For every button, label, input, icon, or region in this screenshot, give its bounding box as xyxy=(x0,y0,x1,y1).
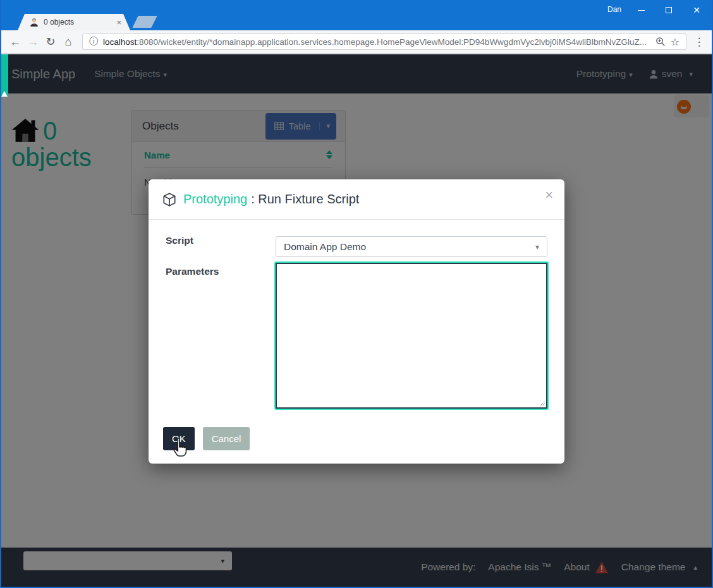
tab-close-button[interactable]: × xyxy=(116,18,121,27)
zoom-icon[interactable] xyxy=(655,37,666,47)
tab-title: 0 objects xyxy=(44,18,116,27)
web-page: Simple App Simple Objects▾ Prototyping▾ … xyxy=(1,54,712,587)
maximize-icon xyxy=(666,7,672,13)
run-fixture-script-dialog: Prototyping: Run Fixture Script × Script… xyxy=(149,179,564,464)
new-tab-button[interactable] xyxy=(132,16,157,28)
dialog-title-accent: Prototyping xyxy=(183,192,247,206)
browser-toolbar: ← → ↻ ⌂ ⓘ localhost:8080/wicket/entity/*… xyxy=(1,30,712,54)
home-button[interactable]: ⌂ xyxy=(59,33,77,51)
browser-tab[interactable]: 0 objects × xyxy=(18,14,130,30)
window-minimize-button[interactable] xyxy=(627,1,655,19)
hand-cursor-icon xyxy=(171,438,190,458)
stripe-arrow-icon xyxy=(1,91,8,97)
script-select[interactable]: Domain App Demo ▾ xyxy=(276,236,547,257)
chrome-profile-name[interactable]: Dan xyxy=(607,5,621,14)
minimize-icon xyxy=(638,10,645,11)
browser-window: Dan ✕ 0 objects × ← → ↻ ⌂ ⓘ localhost:80… xyxy=(0,0,713,588)
url-text: localhost:8080/wicket/entity/*domainapp.… xyxy=(103,37,650,47)
address-bar[interactable]: ⓘ localhost:8080/wicket/entity/*domainap… xyxy=(82,33,686,50)
chevron-down-icon: ▾ xyxy=(535,243,539,251)
window-maximize-button[interactable] xyxy=(655,1,683,19)
dialog-title: Prototyping: Run Fixture Script xyxy=(183,192,359,207)
browser-menu-button[interactable]: ⋮ xyxy=(692,35,707,49)
url-path: :8080/wicket/entity/*domainapp.applicati… xyxy=(137,37,647,47)
dialog-close-button[interactable]: × xyxy=(545,187,553,203)
window-close-button[interactable]: ✕ xyxy=(683,1,710,19)
browser-titlebar: Dan ✕ 0 objects × xyxy=(1,0,712,30)
back-button[interactable]: ← xyxy=(6,33,24,51)
progress-stripe xyxy=(1,54,8,97)
script-select-value: Domain App Demo xyxy=(284,241,366,253)
forward-button[interactable]: → xyxy=(24,33,42,51)
parameters-textarea[interactable] xyxy=(276,263,547,409)
fixture-cube-icon xyxy=(161,191,178,208)
parameters-label: Parameters xyxy=(166,266,219,277)
dialog-title-rest: : Run Fixture Script xyxy=(251,192,359,206)
page-info-icon[interactable]: ⓘ xyxy=(89,36,98,47)
favicon-avatar-icon xyxy=(29,17,39,27)
script-label: Script xyxy=(166,235,193,246)
url-host: localhost xyxy=(103,37,137,47)
close-icon: ✕ xyxy=(693,6,700,15)
cancel-button[interactable]: Cancel xyxy=(203,427,250,450)
dialog-header: Prototyping: Run Fixture Script × xyxy=(149,179,564,220)
bookmark-star-icon[interactable]: ☆ xyxy=(671,36,679,48)
reload-button[interactable]: ↻ xyxy=(42,33,59,51)
